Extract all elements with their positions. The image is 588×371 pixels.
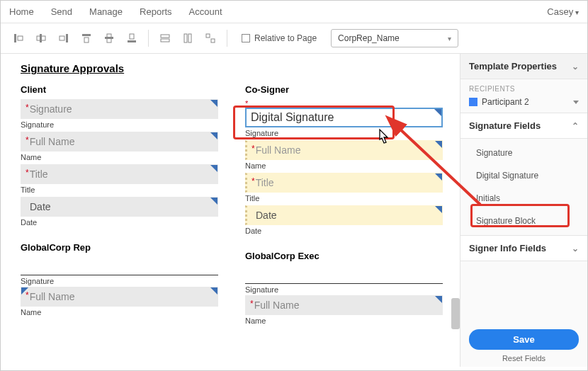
svg-rect-7 — [84, 38, 89, 42]
checkbox-icon — [242, 34, 250, 42]
user-menu[interactable]: Casey — [547, 6, 579, 17]
top-nav: Home Send Manage Reports Account Casey — [1, 1, 587, 23]
nav-reports[interactable]: Reports — [140, 6, 172, 17]
cosigner-name-field[interactable]: *Full Name — [245, 140, 443, 160]
chevron-down-icon: ⌄ — [572, 244, 579, 253]
cosigner-name-label: Name — [245, 161, 443, 170]
svg-rect-1 — [18, 36, 23, 40]
rep-sig-line — [21, 260, 218, 275]
svg-rect-12 — [161, 35, 169, 38]
save-button[interactable]: Save — [469, 329, 579, 350]
svg-rect-10 — [128, 40, 136, 42]
field-dropdown[interactable]: CorpRep_Name ▾ — [331, 29, 458, 47]
exec-sig-line — [245, 268, 443, 284]
svg-rect-2 — [40, 34, 42, 42]
signature-fields-list: Signature Digital Signature Initials Sig… — [460, 139, 587, 235]
toolbar: Relative to Page CorpRep_Name ▾ — [1, 23, 587, 54]
client-date-label: Date — [21, 218, 218, 227]
nav-manage[interactable]: Manage — [89, 6, 123, 17]
chevron-down-icon: ⌄ — [572, 62, 579, 72]
signer-info-header[interactable]: Signer Info Fields⌄ — [460, 235, 587, 261]
cosigner-column: Co-Signer * Digital Signature Signature … — [245, 84, 443, 325]
cosigner-signature-field[interactable]: Digital Signature — [245, 108, 443, 127]
signature-fields-header[interactable]: Signature Fields⌃ — [460, 113, 587, 139]
svg-rect-8 — [105, 37, 113, 39]
nav-send[interactable]: Send — [51, 6, 72, 17]
client-date-field[interactable]: Date — [21, 197, 218, 217]
nav-account[interactable]: Account — [189, 6, 222, 17]
client-title-label: Title — [21, 186, 218, 194]
cosigner-date-label: Date — [245, 227, 443, 235]
participant-swatch — [469, 98, 477, 106]
svg-rect-15 — [188, 34, 191, 42]
rep-sig-label: Signature — [21, 277, 218, 285]
svg-rect-11 — [130, 34, 134, 39]
field-signature-block[interactable]: Signature Block — [460, 210, 587, 232]
canvas[interactable]: Signature Approvals Client *Signature Si… — [1, 54, 460, 333]
client-name-field[interactable]: *Full Name — [21, 132, 218, 152]
cosigner-title-field[interactable]: *Title — [245, 173, 443, 193]
align-4-icon[interactable] — [77, 29, 96, 47]
client-column: Client *Signature Signature *Full Name N… — [21, 84, 218, 325]
rep-name-field[interactable]: *Full Name — [21, 287, 218, 307]
chevron-up-icon: ⌃ — [572, 121, 579, 131]
chevron-down-icon: ▾ — [448, 35, 451, 42]
cosigner-head: Co-Signer — [245, 84, 443, 95]
client-signature-field[interactable]: *Signature — [21, 99, 218, 119]
recipients-label: RECIPIENTS — [469, 85, 579, 93]
nav-home[interactable]: Home — [9, 6, 34, 17]
width-icon[interactable] — [156, 29, 174, 47]
client-head: Client — [21, 84, 218, 95]
svg-rect-17 — [211, 39, 215, 42]
dropdown-value: CorpRep_Name — [338, 33, 400, 43]
rep-head: GlobalCorp Rep — [21, 242, 218, 253]
svg-rect-4 — [66, 34, 68, 42]
client-title-field[interactable]: *Title — [21, 164, 218, 184]
svg-rect-6 — [82, 34, 91, 36]
cosigner-title-label: Title — [245, 194, 443, 202]
exec-name-label: Name — [245, 316, 443, 325]
sidebar: Template Properties⌄ RECIPIENTS Particip… — [460, 54, 587, 367]
align-6-icon[interactable] — [123, 29, 141, 47]
svg-rect-16 — [206, 34, 210, 38]
page-title: Signature Approvals — [21, 62, 443, 74]
participant-item[interactable]: Participant 2 — [469, 97, 579, 107]
svg-rect-5 — [60, 36, 64, 40]
svg-rect-0 — [14, 34, 16, 42]
cosigner-date-field[interactable]: Date — [245, 205, 443, 225]
align-5-icon[interactable] — [100, 29, 118, 47]
client-name-label: Name — [21, 153, 218, 161]
align-2-icon[interactable] — [32, 29, 50, 47]
template-properties-header[interactable]: Template Properties⌄ — [460, 54, 587, 79]
scrollbar[interactable] — [451, 298, 460, 329]
align-1-icon[interactable] — [9, 29, 28, 47]
rep-name-label: Name — [21, 308, 218, 316]
reset-fields-link[interactable]: Reset Fields — [460, 354, 587, 367]
relative-label: Relative to Page — [254, 33, 317, 43]
field-signature[interactable]: Signature — [460, 142, 587, 164]
exec-name-field[interactable]: *Full Name — [245, 295, 443, 315]
client-signature-label: Signature — [21, 120, 218, 129]
align-3-icon[interactable] — [55, 29, 73, 47]
height-icon[interactable] — [179, 29, 197, 47]
exec-head: GlobalCorp Exec — [245, 251, 443, 261]
cosigner-signature-label: Signature — [245, 129, 443, 137]
relative-to-page-checkbox[interactable]: Relative to Page — [242, 33, 317, 43]
svg-rect-13 — [161, 39, 169, 42]
field-digital-signature[interactable]: Digital Signature — [460, 164, 587, 187]
field-initials[interactable]: Initials — [460, 187, 587, 210]
both-icon[interactable] — [201, 29, 220, 47]
svg-rect-14 — [184, 34, 187, 42]
exec-sig-label: Signature — [245, 285, 443, 294]
